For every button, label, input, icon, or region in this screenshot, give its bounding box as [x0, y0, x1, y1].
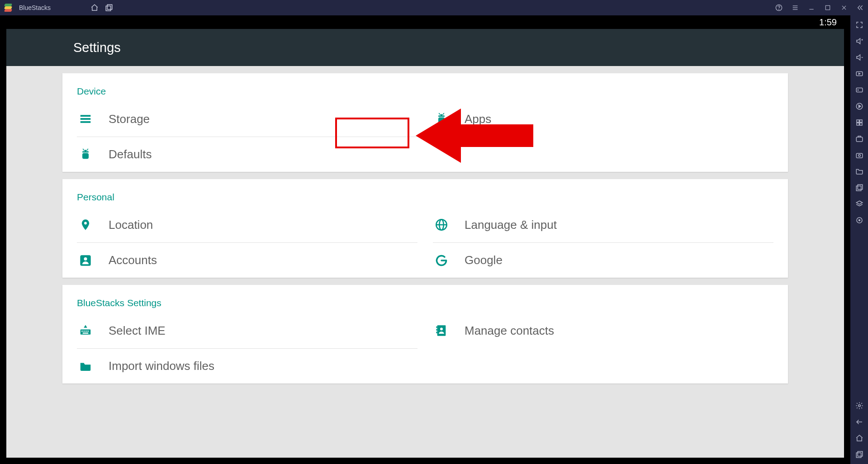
clipboard-icon[interactable]	[854, 183, 864, 193]
account-box-icon	[79, 254, 92, 267]
titlebar: BlueStacks	[0, 0, 868, 15]
keymapping-icon[interactable]	[854, 69, 864, 79]
minimize-icon[interactable]	[807, 4, 816, 12]
svg-marker-15	[859, 73, 860, 75]
volume-up-icon[interactable]	[854, 36, 864, 46]
svg-rect-58	[84, 331, 85, 332]
collapse-sidebar-icon[interactable]	[856, 4, 864, 12]
settings-item-import-files[interactable]: Import windows files	[77, 348, 417, 384]
location-pin-icon	[79, 218, 92, 232]
stream-icon[interactable]	[854, 85, 864, 95]
svg-line-43	[443, 113, 444, 114]
settings-item-location[interactable]: Location	[77, 207, 417, 242]
svg-point-3	[779, 9, 779, 10]
svg-rect-63	[436, 327, 437, 328]
svg-point-31	[859, 220, 860, 221]
close-icon[interactable]	[840, 4, 848, 12]
settings-item-apps[interactable]: Apps	[433, 101, 773, 137]
svg-rect-0	[107, 5, 112, 9]
svg-rect-27	[858, 185, 863, 189]
settings-item-label: Accounts	[109, 253, 157, 267]
svg-marker-19	[859, 105, 861, 108]
settings-item-language[interactable]: Language & input	[433, 207, 773, 242]
globe-icon	[435, 218, 448, 232]
svg-rect-8	[825, 5, 830, 9]
settings-item-label: Import windows files	[109, 359, 214, 373]
svg-rect-21	[859, 120, 862, 122]
nav-home-icon[interactable]	[854, 433, 864, 443]
settings-item-label: Language & input	[465, 218, 557, 232]
titlebar-right	[775, 4, 864, 12]
fullscreen-icon[interactable]	[854, 20, 864, 30]
svg-point-40	[439, 115, 440, 116]
nav-back-icon[interactable]	[854, 417, 864, 427]
svg-rect-57	[81, 331, 83, 332]
svg-rect-61	[83, 332, 89, 334]
location-tool-icon[interactable]	[854, 215, 864, 225]
nav-recent-icon[interactable]	[854, 450, 864, 459]
storage-icon	[79, 112, 92, 126]
screenshot-icon[interactable]	[854, 150, 864, 160]
settings-content: Device Storage Apps	[6, 66, 844, 458]
settings-item-defaults[interactable]: Defaults	[77, 137, 417, 172]
device-section: Device Storage Apps	[62, 73, 788, 172]
svg-point-17	[858, 90, 859, 90]
device-section-title: Device	[77, 73, 773, 101]
svg-point-41	[442, 115, 443, 116]
svg-rect-64	[436, 329, 437, 331]
svg-rect-23	[859, 123, 862, 125]
svg-line-48	[87, 149, 88, 150]
svg-rect-16	[856, 88, 863, 92]
settings-item-select-ime[interactable]: Select IME	[77, 313, 417, 348]
google-icon	[435, 254, 448, 267]
svg-rect-56	[81, 330, 91, 335]
folder-open-icon	[79, 360, 92, 373]
home-icon[interactable]	[90, 4, 99, 12]
page-title: Settings	[73, 40, 121, 55]
android-statusbar: 1:59	[6, 15, 844, 29]
settings-gear-icon[interactable]	[854, 401, 864, 411]
svg-rect-24	[856, 137, 863, 142]
bluestacks-section: BlueStacks Settings Select IME Manage co…	[62, 285, 788, 384]
statusbar-time: 1:59	[819, 17, 837, 28]
menu-icon[interactable]	[791, 4, 799, 12]
titlebar-left: BlueStacks	[4, 3, 113, 12]
layers-icon[interactable]	[854, 199, 864, 209]
keyboard-icon	[79, 324, 92, 337]
multi-instance-icon[interactable]	[854, 118, 864, 128]
svg-rect-20	[857, 120, 859, 122]
svg-rect-35	[856, 453, 861, 458]
apk-install-icon[interactable]	[854, 134, 864, 144]
volume-down-icon[interactable]	[854, 52, 864, 62]
settings-header: Settings	[6, 29, 844, 66]
app-title: BlueStacks	[19, 4, 51, 11]
right-toolbar	[850, 15, 868, 464]
svg-line-42	[439, 113, 440, 114]
help-icon[interactable]	[775, 4, 783, 12]
multi-window-icon[interactable]	[105, 4, 113, 12]
settings-item-label: Google	[465, 253, 503, 267]
svg-point-66	[440, 328, 443, 331]
svg-point-45	[83, 150, 84, 151]
svg-rect-25	[856, 153, 863, 158]
app-logo-icon	[4, 3, 13, 12]
svg-rect-37	[81, 118, 91, 120]
android-icon	[435, 112, 448, 126]
svg-rect-28	[856, 186, 861, 191]
svg-rect-22	[857, 123, 859, 125]
svg-rect-59	[85, 331, 87, 332]
macro-icon[interactable]	[854, 101, 864, 111]
svg-rect-39	[438, 118, 445, 123]
settings-item-google[interactable]: Google	[433, 242, 773, 278]
settings-item-accounts[interactable]: Accounts	[77, 242, 417, 278]
folder-icon[interactable]	[854, 166, 864, 176]
settings-item-manage-contacts[interactable]: Manage contacts	[433, 313, 773, 348]
settings-item-label: Select IME	[109, 324, 166, 338]
maximize-icon[interactable]	[824, 4, 832, 12]
svg-rect-36	[81, 115, 91, 117]
svg-line-47	[83, 149, 84, 150]
contacts-icon	[435, 324, 448, 337]
settings-item-storage[interactable]: Storage	[77, 101, 417, 137]
svg-marker-29	[856, 201, 863, 204]
settings-item-label: Apps	[465, 112, 491, 126]
